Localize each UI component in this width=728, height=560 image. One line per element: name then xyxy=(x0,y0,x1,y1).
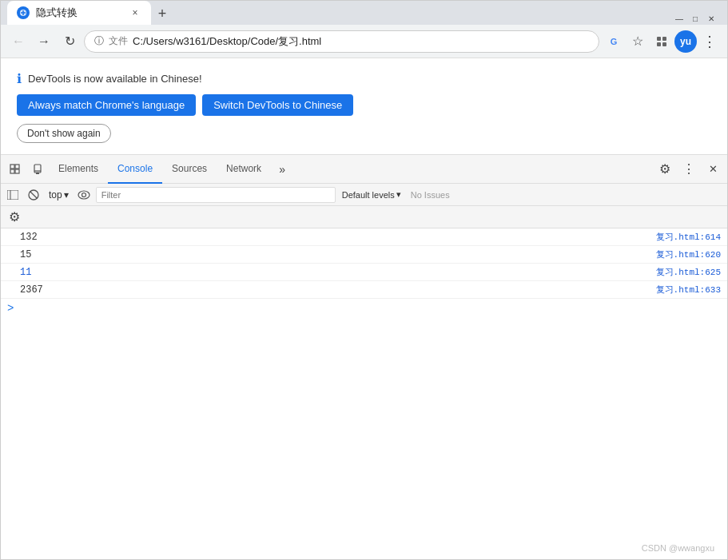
console-row: 11 复习.html:625 xyxy=(1,264,727,281)
tab-title: 隐式转换 xyxy=(36,6,122,20)
new-tab-button[interactable]: + xyxy=(151,2,173,25)
toolbar-right: ⚙ ⋮ ✕ xyxy=(654,158,724,181)
default-levels-label: Default levels xyxy=(342,190,395,200)
devtools-settings-button[interactable]: ⚙ xyxy=(654,158,676,181)
match-language-button[interactable]: Always match Chrome's language xyxy=(17,94,196,116)
footer-watermark: CSDN @wwangxu xyxy=(642,543,714,553)
maximize-button[interactable]: □ xyxy=(689,12,702,25)
devtools-banner: ℹ DevTools is now available in Chinese! … xyxy=(1,58,727,157)
devtools-toolbar: Elements Console Sources Network » ⚙ ⋮ ✕ xyxy=(1,155,727,184)
devtools-close-button[interactable]: ✕ xyxy=(702,158,724,181)
console-row: 15 复习.html:620 xyxy=(1,246,727,264)
reload-button[interactable]: ↻ xyxy=(58,30,81,53)
more-tabs-button[interactable]: » xyxy=(271,158,293,181)
nav-actions: G ☆ yu ⋮ xyxy=(603,30,721,53)
svg-point-17 xyxy=(82,193,86,197)
console-eye-button[interactable] xyxy=(75,186,93,204)
tab-close-button[interactable]: × xyxy=(129,6,141,19)
device-toolbar-button[interactable] xyxy=(26,158,49,181)
clear-console-button[interactable] xyxy=(25,186,42,204)
console-prompt-row: > xyxy=(1,299,727,318)
page-content: ℹ DevTools is now available in Chinese! … xyxy=(1,58,727,559)
dont-show-again-button[interactable]: Don't show again xyxy=(17,124,111,143)
svg-rect-3 xyxy=(657,42,661,46)
console-value: 15 xyxy=(20,249,31,260)
console-row: 2367 复习.html:633 xyxy=(1,281,727,299)
devtools-panel: Elements Console Sources Network » ⚙ ⋮ ✕ xyxy=(1,154,727,559)
minimize-button[interactable]: — xyxy=(673,12,686,25)
svg-rect-4 xyxy=(662,42,666,46)
avatar[interactable]: yu xyxy=(674,30,697,53)
bookmark-button[interactable]: ☆ xyxy=(627,30,649,53)
tab-favicon xyxy=(17,6,30,19)
top-dropdown-arrow: ▾ xyxy=(64,189,69,201)
console-source-link[interactable]: 复习.html:633 xyxy=(656,284,721,296)
devtools-more-button[interactable]: ⋮ xyxy=(678,158,700,181)
svg-line-15 xyxy=(30,191,38,198)
address-url-text: C:/Users/w3161/Desktop/Code/复习.html xyxy=(133,34,589,49)
console-value: 2367 xyxy=(20,284,43,296)
forward-button[interactable]: → xyxy=(33,30,55,53)
default-levels-dropdown[interactable]: Default levels ▾ xyxy=(339,188,404,201)
console-settings-row: ⚙ xyxy=(1,206,727,228)
console-sidebar-button[interactable] xyxy=(4,186,22,204)
browser-tab[interactable]: 隐式转换 × xyxy=(7,1,151,25)
address-bar[interactable]: ⓘ 文件 C:/Users/w3161/Desktop/Code/复习.html xyxy=(84,30,599,53)
console-toolbar: top ▾ Default levels ▾ No Issues xyxy=(1,184,727,206)
top-chrome: 隐式转换 × + — □ ✕ ← → ↻ ⓘ 文件 C:/Users/w3161… xyxy=(1,1,727,58)
top-context-selector[interactable]: top ▾ xyxy=(46,188,72,202)
back-button[interactable]: ← xyxy=(7,30,30,53)
switch-chinese-button[interactable]: Switch DevTools to Chinese xyxy=(202,94,353,116)
console-source-link[interactable]: 复习.html:614 xyxy=(656,231,721,243)
info-icon: ℹ xyxy=(17,71,22,86)
banner-info-text: DevTools is now available in Chinese! xyxy=(28,73,202,85)
translate-button[interactable]: G xyxy=(603,30,625,53)
console-value: 132 xyxy=(20,232,38,243)
svg-rect-6 xyxy=(10,169,14,173)
console-source-link[interactable]: 复习.html:625 xyxy=(656,266,721,278)
console-output: 132 复习.html:614 15 复习.html:620 11 复习.htm… xyxy=(1,228,727,559)
console-settings-button[interactable]: ⚙ xyxy=(6,209,23,226)
address-info-icon: ⓘ xyxy=(94,34,104,48)
console-source-link[interactable]: 复习.html:620 xyxy=(656,248,721,260)
tab-sources[interactable]: Sources xyxy=(162,155,217,184)
no-issues-badge: No Issues xyxy=(408,189,453,201)
console-value: 11 xyxy=(20,267,31,278)
browser-frame: 隐式转换 × + — □ ✕ ← → ↻ ⓘ 文件 C:/Users/w3161… xyxy=(0,0,728,560)
address-scheme-label: 文件 xyxy=(109,34,128,48)
svg-rect-12 xyxy=(7,190,18,200)
console-filter-input[interactable] xyxy=(96,187,336,203)
tab-network[interactable]: Network xyxy=(217,155,271,184)
prompt-arrow: > xyxy=(7,302,14,315)
svg-rect-8 xyxy=(15,169,19,173)
banner-buttons: Always match Chrome's language Switch De… xyxy=(17,94,711,116)
window-controls: — □ ✕ xyxy=(673,12,718,25)
extension-button[interactable] xyxy=(650,30,673,53)
svg-rect-5 xyxy=(10,165,14,169)
inspect-element-button[interactable] xyxy=(4,158,26,181)
svg-point-16 xyxy=(78,191,90,199)
navigation-bar: ← → ↻ ⓘ 文件 C:/Users/w3161/Desktop/Code/复… xyxy=(1,25,727,58)
tab-row: 隐式转换 × + — □ ✕ xyxy=(1,1,727,25)
top-label: top xyxy=(49,189,62,201)
svg-rect-2 xyxy=(662,37,666,41)
default-levels-arrow: ▾ xyxy=(396,189,401,200)
banner-info-row: ℹ DevTools is now available in Chinese! xyxy=(17,71,711,86)
chrome-menu-button[interactable]: ⋮ xyxy=(698,30,721,53)
svg-rect-11 xyxy=(36,173,39,174)
tab-console[interactable]: Console xyxy=(108,155,162,184)
console-row: 132 复习.html:614 xyxy=(1,228,727,246)
tab-elements[interactable]: Elements xyxy=(49,155,108,184)
window-close-button[interactable]: ✕ xyxy=(705,12,718,25)
svg-rect-1 xyxy=(657,37,661,41)
svg-rect-7 xyxy=(15,165,19,169)
